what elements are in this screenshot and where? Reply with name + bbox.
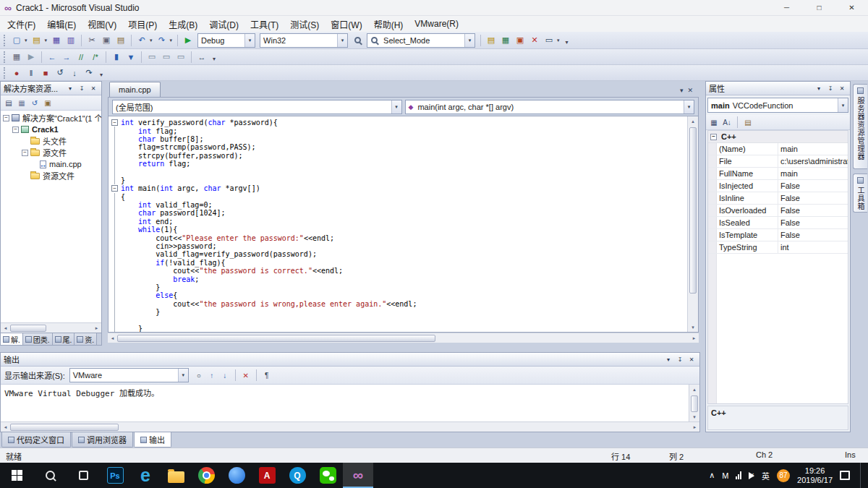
word-wrap-icon[interactable]: ↔ <box>195 51 208 64</box>
tree-item-3[interactable]: 头文件 <box>1 135 101 147</box>
toolbox-tab[interactable]: 工具箱 <box>853 174 867 213</box>
align-rights-icon[interactable]: ▭ <box>174 51 187 64</box>
scroll-right-icon[interactable]: ▸ <box>689 333 699 343</box>
tree-expander-icon[interactable]: − <box>22 150 28 156</box>
ime-mode-indicator[interactable]: M <box>722 471 728 480</box>
pin-icon[interactable]: ↧ <box>825 84 835 93</box>
tree-item-4[interactable]: −源文件 <box>1 147 101 158</box>
restart-icon[interactable]: ↺ <box>54 67 67 80</box>
open-file-icon[interactable]: ▤ <box>30 34 43 47</box>
search-button[interactable] <box>33 463 67 488</box>
stop-debug-icon[interactable]: ■ <box>39 67 52 80</box>
property-row-2[interactable]: Filec:\users\administrat <box>708 155 848 168</box>
copy-icon[interactable]: ▣ <box>100 34 113 47</box>
tray-clock[interactable]: 19:26 2019/6/17 <box>797 466 833 485</box>
cut-icon[interactable]: ✂ <box>85 34 98 47</box>
scrollbar-thumb[interactable] <box>117 335 435 342</box>
qq-message-badge[interactable]: 87 <box>777 469 790 482</box>
chevron-down-icon[interactable]: ▾ <box>556 38 561 43</box>
property-row-5[interactable]: IsInlineFalse <box>708 192 848 205</box>
toolbar-grip[interactable] <box>4 51 6 63</box>
tree-expander-icon[interactable]: − <box>3 115 9 121</box>
command-window-icon[interactable]: ▭ <box>542 34 556 47</box>
code-editor[interactable]: −int verify_password(char *password){ in… <box>108 116 699 333</box>
menu-item-6[interactable]: 调试(D) <box>203 16 244 32</box>
network-icon[interactable] <box>736 471 741 479</box>
scrollbar-thumb[interactable] <box>10 325 46 332</box>
group-expander-icon[interactable]: − <box>710 134 717 140</box>
scroll-down-icon[interactable]: ▾ <box>690 412 699 421</box>
clear-all-icon[interactable]: ✕ <box>240 369 252 381</box>
bottom-tab-1[interactable]: 代码定义窗口 <box>1 432 71 448</box>
view-class-diagram-icon[interactable]: ▣ <box>42 97 54 108</box>
solution-bottom-tab-3[interactable]: 尾. <box>53 333 75 345</box>
scroll-up-icon[interactable]: ▴ <box>689 116 698 126</box>
select-pointer-icon[interactable]: ▶ <box>25 51 38 64</box>
file-explorer-icon[interactable] <box>161 463 191 488</box>
editor-v-scrollbar[interactable]: ▴ ▾ <box>687 116 698 332</box>
output-v-scrollbar[interactable]: ▴ ▾ <box>689 385 699 421</box>
tree-item-2[interactable]: −Crack1 <box>1 124 101 135</box>
action-center-icon[interactable] <box>840 471 850 480</box>
close-document-icon[interactable]: ✕ <box>687 87 693 94</box>
pin-icon[interactable]: ↧ <box>675 355 685 364</box>
solution-bottom-tab-1[interactable]: 解. <box>1 333 23 345</box>
bottom-tab-2[interactable]: 调用浏览器 <box>72 432 133 448</box>
output-text[interactable]: VMware Virtual Debugger 加载成功。 <box>1 385 689 421</box>
solution-bottom-tab-2[interactable]: 团类. <box>23 333 53 345</box>
language-indicator[interactable]: 英 <box>762 470 770 481</box>
output-header[interactable]: 输出 ▾ ↧ ✕ <box>1 353 699 367</box>
types-combo[interactable]: (全局范围) ▾ <box>112 100 402 114</box>
chevron-down-icon[interactable]: ▾ <box>43 38 49 43</box>
tree-item-5[interactable]: main.cpp <box>1 158 101 170</box>
adobe-reader-icon[interactable]: A <box>252 463 282 488</box>
scroll-right-icon[interactable]: ▸ <box>690 422 699 432</box>
chevron-down-icon[interactable]: ▾ <box>148 38 154 43</box>
start-debug-icon[interactable]: ▶ <box>182 34 195 47</box>
toolbar-grip[interactable] <box>4 67 6 79</box>
property-pages-icon[interactable]: ▤ <box>742 116 754 128</box>
toolbar-overflow-icon[interactable]: ▾ <box>96 67 106 80</box>
menu-item-3[interactable]: 视图(V) <box>82 16 122 32</box>
qq-browser-icon[interactable]: Q <box>282 463 312 488</box>
breakpoint-icon[interactable]: ● <box>10 67 23 80</box>
scroll-down-icon[interactable]: ▾ <box>689 322 698 332</box>
menu-item-7[interactable]: 工具(T) <box>244 16 284 32</box>
property-row-6[interactable]: IsOverloadedFalse <box>708 205 848 217</box>
step-over-icon[interactable]: ↷ <box>82 67 95 80</box>
select-mode-combo[interactable]: Select_Mode▾ <box>367 33 475 48</box>
menu-item-11[interactable]: VMware(R) <box>409 16 464 32</box>
close-icon[interactable]: ✕ <box>837 84 847 93</box>
find-icon[interactable] <box>354 37 361 43</box>
scroll-left-icon[interactable]: ◂ <box>1 422 10 432</box>
next-bookmark-icon[interactable]: ▼ <box>124 51 137 64</box>
properties-window-icon[interactable]: ▦ <box>499 34 512 47</box>
tree-item-1[interactable]: −解决方案"Crack1"(1 个... <box>1 112 101 124</box>
scroll-right-icon[interactable]: ▸ <box>92 323 101 333</box>
server-explorer-tab[interactable]: 服务器资源管理器 <box>853 84 867 169</box>
break-all-icon[interactable]: ‖ <box>25 67 38 80</box>
editor-h-scrollbar[interactable]: ◂ ▸ <box>108 333 699 343</box>
browser-icon[interactable] <box>221 463 252 488</box>
comment-icon[interactable]: // <box>75 51 88 64</box>
fold-collapse-icon[interactable]: − <box>111 119 118 126</box>
property-row-3[interactable]: FullNamemain <box>708 168 848 180</box>
bottom-tab-3[interactable]: 输出 <box>134 432 171 448</box>
fold-collapse-icon[interactable]: − <box>111 185 118 192</box>
toggle-word-wrap-icon[interactable]: ¶ <box>261 369 273 381</box>
solution-bottom-tab-4[interactable]: 资. <box>75 333 97 345</box>
menu-item-10[interactable]: 帮助(H) <box>368 16 409 32</box>
window-position-icon[interactable]: ▾ <box>663 355 673 364</box>
solution-platforms-combo[interactable]: Win32▾ <box>260 33 348 48</box>
show-all-files-icon[interactable]: ▦ <box>16 97 27 108</box>
align-lefts-icon[interactable]: ▭ <box>145 51 158 64</box>
menu-item-9[interactable]: 窗口(W) <box>325 16 367 32</box>
property-row-8[interactable]: IsTemplateFalse <box>708 229 848 241</box>
menu-item-1[interactable]: 文件(F) <box>1 16 41 32</box>
photoshop-icon[interactable]: Ps <box>100 463 130 488</box>
output-h-scrollbar[interactable]: ◂ ▸ <box>1 421 699 432</box>
chevron-down-icon[interactable]: ▾ <box>169 38 174 43</box>
property-row-1[interactable]: (Name)main <box>708 143 848 155</box>
toolbar-grip[interactable] <box>4 35 6 46</box>
chevron-down-icon[interactable]: ▾ <box>23 38 29 43</box>
